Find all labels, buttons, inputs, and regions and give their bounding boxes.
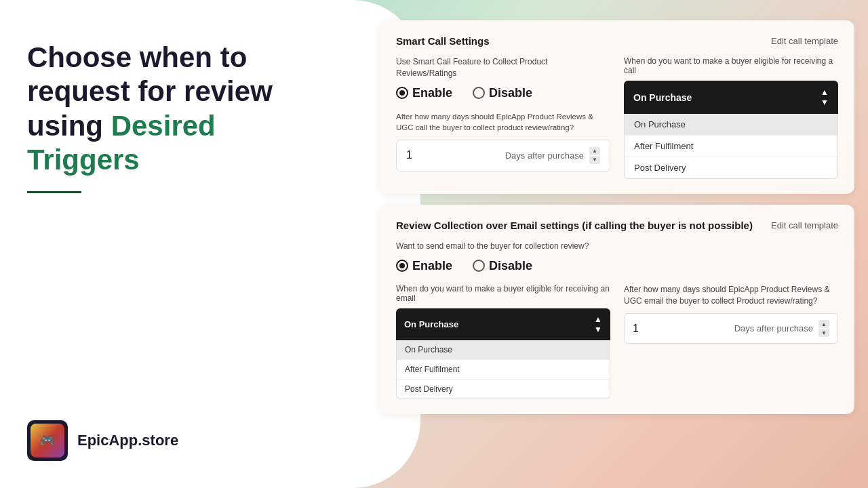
card1-selected-text: On Purchase <box>633 92 692 103</box>
card1-option-1[interactable]: On Purchase <box>625 114 837 136</box>
card1-title: Smart Call Settings <box>396 35 490 47</box>
card2-dropdown[interactable]: On Purchase ▲ ▼ On Purchase After Fulfil… <box>396 308 610 399</box>
card2-enable-circle <box>396 260 408 272</box>
branding: 🎮 EpicApp.store <box>27 420 305 461</box>
card1-stepper-down[interactable]: ▼ <box>589 156 600 164</box>
card1-header: Smart Call Settings Edit call template <box>396 35 838 47</box>
smart-call-card: Smart Call Settings Edit call template U… <box>380 20 854 194</box>
card1-days-suffix: Days after purchase ▲ ▼ <box>505 147 600 164</box>
card2-days-input: 1 Days after purchase ▲ ▼ <box>624 313 838 344</box>
cards-container: Smart Call Settings Edit call template U… <box>353 20 854 414</box>
card1-days-input: 1 Days after purchase ▲ ▼ <box>396 140 610 171</box>
card2-days-value[interactable]: 1 <box>633 323 639 335</box>
card2-enable-label: Enable <box>412 259 452 273</box>
card2-header: Review Collection over Email settings (i… <box>396 220 838 231</box>
card1-left: Use Smart Call Feature to Collect Produc… <box>396 56 610 179</box>
card2-dropdown-selected[interactable]: On Purchase ▲ ▼ <box>396 308 610 340</box>
card2-title: Review Collection over Email settings (i… <box>396 220 753 231</box>
card1-days-value[interactable]: 1 <box>406 149 412 161</box>
card2-days-suffix: Days after purchase ▲ ▼ <box>734 320 829 337</box>
card2-option-2[interactable]: After Fulfilment <box>397 360 610 380</box>
card1-dropdown[interactable]: On Purchase ▲ ▼ On Purchase After Fulfil… <box>624 81 838 179</box>
card1-option-3[interactable]: Post Delivery <box>625 157 837 178</box>
left-panel: Choose when to request for review using … <box>0 0 339 488</box>
card2-stepper-up[interactable]: ▲ <box>818 320 829 328</box>
card2-email-question: Want to send email to the buyer for coll… <box>396 241 838 252</box>
logo-box: 🎮 <box>27 420 68 461</box>
logo-icon: 🎮 <box>31 424 64 458</box>
card2-option-1[interactable]: On Purchase <box>397 340 610 360</box>
card2-dropdown-question: When do you want to make a buyer eligibl… <box>396 284 610 303</box>
card1-dropdown-question: When do you want to make a buyer eligibl… <box>624 56 838 75</box>
card1-right: When do you want to make a buyer eligibl… <box>624 56 838 179</box>
card2-stepper-down[interactable]: ▼ <box>818 329 829 337</box>
card1-radio-group: Enable Disable <box>396 86 610 100</box>
card1-stepper: ▲ ▼ <box>589 147 600 164</box>
card1-enable-circle <box>396 87 408 99</box>
card1-disable-circle <box>473 87 485 99</box>
card2-radio-group: Enable Disable <box>396 259 838 273</box>
card1-disable-radio[interactable]: Disable <box>473 86 532 100</box>
brand-name: EpicApp.store <box>77 432 178 449</box>
card1-disable-label: Disable <box>489 86 532 100</box>
card2-edit-link[interactable]: Edit call template <box>771 220 838 230</box>
card1-edit-link[interactable]: Edit call template <box>771 36 838 46</box>
headline: Choose when to request for review using … <box>27 41 305 178</box>
card1-sub-label: After how many days should EpicApp Produ… <box>396 111 610 133</box>
card1-radio-question: Use Smart Call Feature to Collect Produc… <box>396 56 610 79</box>
card2-days-question: After how many days should EpicApp Produ… <box>624 284 838 307</box>
card1-enable-radio[interactable]: Enable <box>396 86 452 100</box>
card2-stepper: ▲ ▼ <box>818 320 829 337</box>
right-panel: Smart Call Settings Edit call template U… <box>339 0 868 488</box>
card2-selected-text: On Purchase <box>404 319 458 329</box>
card1-enable-label: Enable <box>412 86 452 100</box>
card2-enable-radio[interactable]: Enable <box>396 259 452 273</box>
card2-dropdown-options: On Purchase After Fulfilment Post Delive… <box>396 340 610 399</box>
card2-dropdown-arrow: ▲ ▼ <box>594 314 602 334</box>
divider <box>27 191 81 193</box>
card1-dropdown-arrow: ▲ ▼ <box>821 87 829 107</box>
card2-disable-label: Disable <box>489 259 532 273</box>
card2-option-3[interactable]: Post Delivery <box>397 380 610 399</box>
card2-disable-radio[interactable]: Disable <box>473 259 532 273</box>
email-card: Review Collection over Email settings (i… <box>380 205 854 414</box>
card1-option-2[interactable]: After Fulfilment <box>625 136 837 157</box>
card1-dropdown-options: On Purchase After Fulfilment Post Delive… <box>624 114 838 179</box>
card2-two-col: When do you want to make a buyer eligibl… <box>396 284 838 399</box>
card1-dropdown-selected[interactable]: On Purchase ▲ ▼ <box>624 81 838 114</box>
card1-stepper-up[interactable]: ▲ <box>589 147 600 155</box>
card2-disable-circle <box>473 260 485 272</box>
card1-body: Use Smart Call Feature to Collect Produc… <box>396 56 838 179</box>
card2-right: After how many days should EpicApp Produ… <box>624 284 838 399</box>
card2-left: When do you want to make a buyer eligibl… <box>396 284 610 399</box>
